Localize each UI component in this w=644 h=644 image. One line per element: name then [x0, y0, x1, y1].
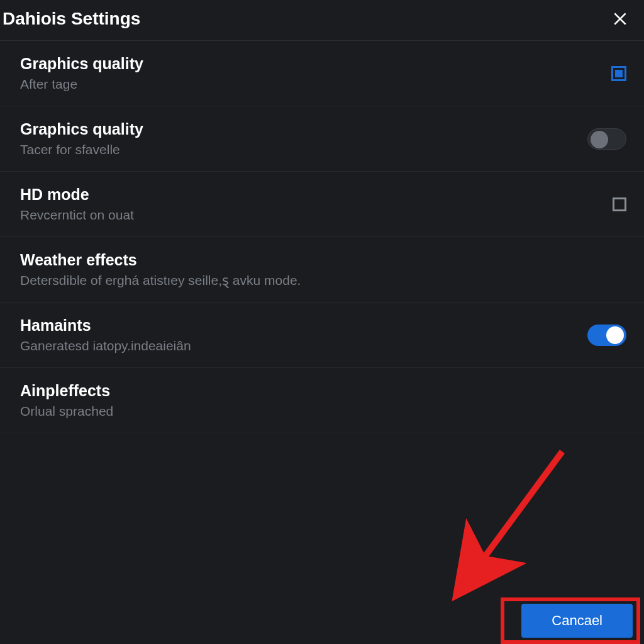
checkbox-empty-icon[interactable] — [613, 197, 626, 211]
setting-subtitle: Tacer for sfavelle — [20, 142, 143, 157]
setting-hd-mode[interactable]: HD mode Revcerntict on ouat — [0, 172, 644, 237]
toggle-knob — [591, 131, 608, 148]
setting-title: Graphics quality — [20, 120, 143, 138]
close-icon — [612, 11, 628, 27]
setting-text: Weather effects Detersdible of erghá ati… — [20, 251, 301, 288]
toggle-switch[interactable] — [587, 325, 626, 346]
toggle-switch[interactable] — [587, 128, 626, 150]
setting-subtitle: Revcerntict on ouat — [20, 208, 134, 223]
setting-subtitle: Orlual sprached — [20, 404, 113, 419]
cancel-button[interactable]: Cancael — [521, 604, 633, 638]
setting-text: Hamaints Ganeratesd iatopy.indeaieiân — [20, 316, 191, 353]
setting-text: Ainpleffects Orlual sprached — [20, 382, 113, 419]
setting-title: Ainpleffects — [20, 382, 113, 400]
close-button[interactable] — [609, 8, 631, 30]
page-title: Dahiois Settings — [3, 9, 140, 29]
setting-subtitle: Ganeratesd iatopy.indeaieiân — [20, 338, 191, 353]
setting-title: Hamaints — [20, 316, 191, 335]
setting-graphics-quality-1[interactable]: Graphics quality After tage — [0, 41, 644, 106]
settings-header: Dahiois Settings — [0, 0, 644, 41]
setting-hamaints[interactable]: Hamaints Ganeratesd iatopy.indeaieiân — [0, 303, 644, 368]
setting-title: Graphics quality — [20, 55, 143, 73]
setting-text: Graphics quality Tacer for sfavelle — [20, 120, 143, 157]
setting-ainpleffects[interactable]: Ainpleffects Orlual sprached — [0, 368, 644, 433]
annotation-arrow — [430, 439, 581, 605]
svg-marker-4 — [462, 555, 493, 577]
setting-subtitle: After tage — [20, 77, 143, 92]
setting-text: Graphics quality After tage — [20, 55, 143, 92]
footer: Cancael — [521, 604, 633, 638]
setting-text: HD mode Revcerntict on ouat — [20, 186, 134, 223]
svg-line-3 — [474, 452, 562, 571]
setting-graphics-quality-2[interactable]: Graphics quality Tacer for sfavelle — [0, 106, 644, 172]
setting-weather-effects[interactable]: Weather effects Detersdible of erghá ati… — [0, 237, 644, 303]
setting-title: HD mode — [20, 186, 134, 204]
setting-subtitle: Detersdible of erghá atistıey seille,ȿ a… — [20, 273, 301, 288]
settings-list: Graphics quality After tage Graphics qua… — [0, 41, 644, 433]
setting-title: Weather effects — [20, 251, 301, 269]
checkbox-filled-icon[interactable] — [611, 66, 626, 81]
toggle-knob — [606, 326, 624, 344]
